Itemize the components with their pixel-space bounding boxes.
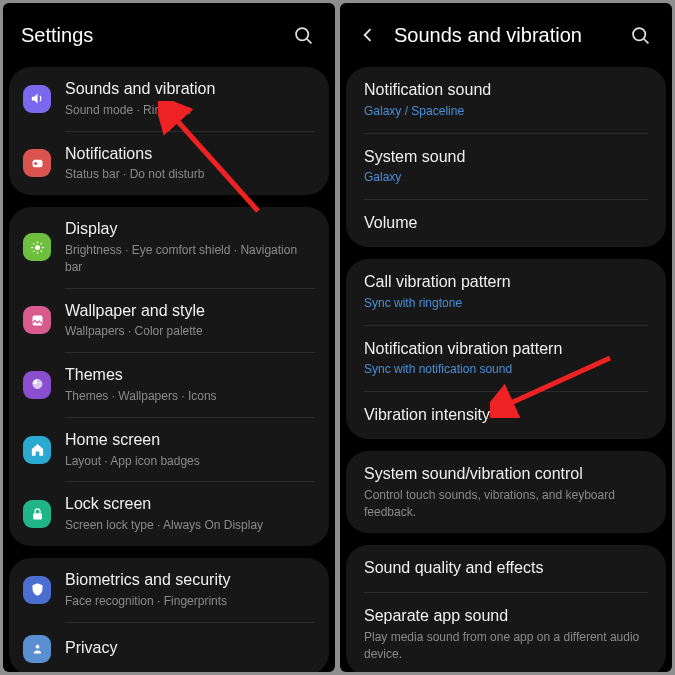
item-subtitle: Sound mode · Ringtone	[65, 102, 315, 119]
notification-vibration-item[interactable]: Notification vibration pattern Sync with…	[346, 326, 666, 392]
wallpaper-item[interactable]: Wallpaper and style Wallpapers · Color p…	[9, 289, 329, 353]
item-title: Volume	[364, 213, 648, 234]
settings-group: Display Brightness · Eye comfort shield …	[9, 207, 329, 546]
item-title: Sound quality and effects	[364, 558, 648, 579]
vibration-intensity-item[interactable]: Vibration intensity	[346, 392, 666, 439]
svg-rect-2	[32, 160, 42, 168]
settings-group: Sounds and vibration Sound mode · Ringto…	[9, 67, 329, 195]
shield-icon	[23, 576, 51, 604]
settings-group: System sound/vibration control Control t…	[346, 451, 666, 533]
bell-icon	[23, 149, 51, 177]
svg-line-19	[644, 39, 648, 43]
system-sound-item[interactable]: System sound Galaxy	[346, 134, 666, 200]
sounds-panel: Sounds and vibration Notification sound …	[340, 3, 672, 672]
settings-group: Sound quality and effects Separate app s…	[346, 545, 666, 672]
lockscreen-item[interactable]: Lock screen Screen lock type · Always On…	[9, 482, 329, 546]
svg-rect-14	[33, 513, 42, 519]
lock-icon	[23, 500, 51, 528]
item-subtitle: Play media sound from one app on a diffe…	[364, 629, 648, 663]
home-icon	[23, 436, 51, 464]
item-title: Notification vibration pattern	[364, 339, 648, 360]
item-subtitle: Control touch sounds, vibrations, and ke…	[364, 487, 648, 521]
item-title: Display	[65, 219, 315, 240]
item-subtitle: Layout · App icon badges	[65, 453, 315, 470]
sound-quality-item[interactable]: Sound quality and effects	[346, 545, 666, 592]
svg-point-0	[296, 28, 308, 40]
wallpaper-icon	[23, 306, 51, 334]
chevron-left-icon	[358, 25, 378, 45]
themes-icon	[23, 371, 51, 399]
themes-item[interactable]: Themes Themes · Wallpapers · Icons	[9, 353, 329, 417]
item-title: Lock screen	[65, 494, 315, 515]
item-title: Call vibration pattern	[364, 272, 648, 293]
back-button[interactable]	[358, 25, 378, 45]
item-title: Themes	[65, 365, 315, 386]
sounds-header: Sounds and vibration	[340, 3, 672, 67]
item-subtitle: Sync with notification sound	[364, 361, 648, 378]
svg-line-11	[33, 251, 34, 252]
svg-line-1	[307, 39, 311, 43]
separate-app-sound-item[interactable]: Separate app sound Play media sound from…	[346, 593, 666, 672]
item-subtitle: Themes · Wallpapers · Icons	[65, 388, 315, 405]
settings-group: Notification sound Galaxy / Spaceline Sy…	[346, 67, 666, 247]
item-subtitle: Wallpapers · Color palette	[65, 323, 315, 340]
svg-line-9	[33, 243, 34, 244]
privacy-icon	[23, 635, 51, 663]
item-subtitle: Galaxy	[364, 169, 648, 186]
settings-group: Biometrics and security Face recognition…	[9, 558, 329, 672]
item-subtitle: Galaxy / Spaceline	[364, 103, 648, 120]
item-title: Notifications	[65, 144, 315, 165]
system-sound-control-item[interactable]: System sound/vibration control Control t…	[346, 451, 666, 533]
svg-line-12	[40, 243, 41, 244]
notification-sound-item[interactable]: Notification sound Galaxy / Spaceline	[346, 67, 666, 133]
speaker-icon	[23, 85, 51, 113]
item-title: System sound	[364, 147, 648, 168]
sounds-vibration-item[interactable]: Sounds and vibration Sound mode · Ringto…	[9, 67, 329, 131]
settings-header: Settings	[3, 3, 335, 67]
settings-group: Call vibration pattern Sync with rington…	[346, 259, 666, 439]
item-title: Sounds and vibration	[65, 79, 315, 100]
item-title: Home screen	[65, 430, 315, 451]
search-icon	[293, 25, 314, 46]
item-title: Wallpaper and style	[65, 301, 315, 322]
page-title: Sounds and vibration	[394, 24, 626, 47]
item-title: Biometrics and security	[65, 570, 315, 591]
search-button[interactable]	[626, 21, 654, 49]
item-title: Separate app sound	[364, 606, 648, 627]
svg-rect-13	[32, 315, 42, 325]
svg-point-3	[34, 162, 37, 165]
item-subtitle: Screen lock type · Always On Display	[65, 517, 315, 534]
svg-point-18	[633, 28, 645, 40]
settings-panel: Settings Sounds and vibration Sound mode…	[3, 3, 335, 672]
call-vibration-item[interactable]: Call vibration pattern Sync with rington…	[346, 259, 666, 325]
settings-list: Sounds and vibration Sound mode · Ringto…	[3, 67, 335, 672]
item-title: Vibration intensity	[364, 405, 648, 426]
item-subtitle: Face recognition · Fingerprints	[65, 593, 315, 610]
page-title: Settings	[21, 24, 289, 47]
svg-point-15	[35, 645, 39, 649]
search-icon	[630, 25, 651, 46]
biometrics-item[interactable]: Biometrics and security Face recognition…	[9, 558, 329, 622]
sun-icon	[23, 233, 51, 261]
search-button[interactable]	[289, 21, 317, 49]
item-title: System sound/vibration control	[364, 464, 648, 485]
volume-item[interactable]: Volume	[346, 200, 666, 247]
svg-point-4	[35, 245, 40, 250]
item-subtitle: Sync with ringtone	[364, 295, 648, 312]
sounds-list: Notification sound Galaxy / Spaceline Sy…	[340, 67, 672, 672]
item-title: Privacy	[65, 638, 315, 659]
notifications-item[interactable]: Notifications Status bar · Do not distur…	[9, 132, 329, 196]
privacy-item[interactable]: Privacy	[9, 623, 329, 672]
item-subtitle: Status bar · Do not disturb	[65, 166, 315, 183]
svg-line-10	[40, 251, 41, 252]
item-title: Notification sound	[364, 80, 648, 101]
display-item[interactable]: Display Brightness · Eye comfort shield …	[9, 207, 329, 287]
item-subtitle: Brightness · Eye comfort shield · Naviga…	[65, 242, 315, 276]
homescreen-item[interactable]: Home screen Layout · App icon badges	[9, 418, 329, 482]
